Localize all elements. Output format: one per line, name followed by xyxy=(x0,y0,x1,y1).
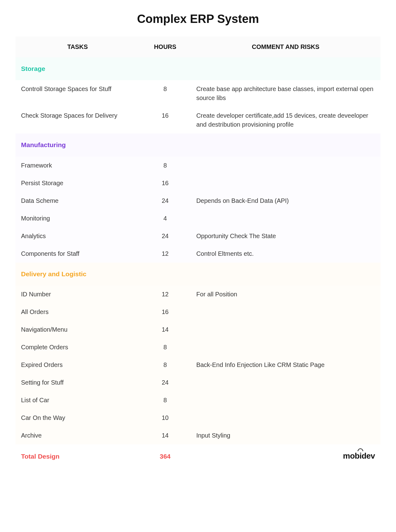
table-row: Navigation/Menu14 xyxy=(15,321,381,338)
task-cell: Archive xyxy=(15,427,140,444)
total-hours: 364 xyxy=(140,444,191,463)
task-cell: Analytics xyxy=(15,227,140,245)
comment-cell xyxy=(191,303,381,321)
task-cell: All Orders xyxy=(15,303,140,321)
mobidev-logo: mobidev xyxy=(343,450,375,462)
comment-cell xyxy=(191,409,381,427)
task-cell: Persist Storage xyxy=(15,174,140,192)
page-title: Complex ERP System xyxy=(15,12,381,26)
section-label: Manufacturing xyxy=(15,133,140,156)
comment-cell xyxy=(191,338,381,356)
table-row: Controll Storage Spaces for Stuff8Create… xyxy=(15,80,381,107)
task-cell: List of Car xyxy=(15,391,140,409)
table-row: Complete Orders8 xyxy=(15,338,381,356)
comment-cell xyxy=(191,374,381,391)
table-row: Framework8 xyxy=(15,157,381,174)
hours-cell: 8 xyxy=(140,391,191,409)
comment-cell xyxy=(191,321,381,338)
section-label: Storage xyxy=(15,57,140,80)
comment-cell: For all Position xyxy=(191,286,381,303)
total-row: Total Design364mobidev xyxy=(15,444,381,463)
hours-cell: 14 xyxy=(140,321,191,338)
table-row: Archive14Input Styling xyxy=(15,427,381,444)
task-cell: Controll Storage Spaces for Stuff xyxy=(15,80,140,107)
hours-cell: 16 xyxy=(140,174,191,192)
section-header-delivery: Delivery and Logistic xyxy=(15,263,381,286)
comment-cell: Create base app architecture base classe… xyxy=(191,80,381,107)
hours-cell: 8 xyxy=(140,338,191,356)
comment-cell: Back-End Info Enjection Like CRM Static … xyxy=(191,356,381,374)
table-row: Data Scheme24Depends on Back-End Data (A… xyxy=(15,192,381,210)
table-row: Components for Staff12Control Eltments e… xyxy=(15,245,381,263)
hours-cell: 14 xyxy=(140,427,191,444)
task-cell: Car On the Way xyxy=(15,409,140,427)
table-row: List of Car8 xyxy=(15,391,381,409)
task-cell: Expired Orders xyxy=(15,356,140,374)
hours-cell: 8 xyxy=(140,356,191,374)
section-header-storage: Storage xyxy=(15,57,381,80)
table-row: Analytics24Opportunity Check The State xyxy=(15,227,381,245)
task-cell: Complete Orders xyxy=(15,338,140,356)
comment-cell xyxy=(191,391,381,409)
hours-cell: 16 xyxy=(140,107,191,133)
col-header-tasks: Tasks xyxy=(15,37,140,57)
col-header-comment: Comment and Risks xyxy=(191,37,381,57)
comment-cell: Control Eltments etc. xyxy=(191,245,381,263)
section-header-manufacturing: Manufacturing xyxy=(15,133,381,156)
task-cell: Navigation/Menu xyxy=(15,321,140,338)
table-row: All Orders16 xyxy=(15,303,381,321)
table-row: Car On the Way10 xyxy=(15,409,381,427)
hours-cell: 16 xyxy=(140,303,191,321)
hours-cell: 8 xyxy=(140,80,191,107)
task-cell: Monitoring xyxy=(15,210,140,227)
comment-cell: Opportunity Check The State xyxy=(191,227,381,245)
total-label: Total Design xyxy=(15,444,140,463)
task-cell: Framework xyxy=(15,157,140,174)
table-row: ID Number12For all Position xyxy=(15,286,381,303)
table-row: Expired Orders8Back-End Info Enjection L… xyxy=(15,356,381,374)
col-header-hours: Hours xyxy=(140,37,191,57)
hours-cell: 24 xyxy=(140,227,191,245)
hours-cell: 12 xyxy=(140,245,191,263)
task-cell: Check Storage Spaces for Delivery xyxy=(15,107,140,133)
comment-cell: Depends on Back-End Data (API) xyxy=(191,192,381,210)
comment-cell xyxy=(191,174,381,192)
hours-cell: 10 xyxy=(140,409,191,427)
comment-cell: Input Styling xyxy=(191,427,381,444)
table-row: Monitoring4 xyxy=(15,210,381,227)
comment-cell xyxy=(191,210,381,227)
hours-cell: 8 xyxy=(140,157,191,174)
table-header-row: Tasks Hours Comment and Risks xyxy=(15,37,381,57)
section-label: Delivery and Logistic xyxy=(15,263,140,286)
hours-cell: 12 xyxy=(140,286,191,303)
hours-cell: 24 xyxy=(140,374,191,391)
table-row: Setting for Stuff24 xyxy=(15,374,381,391)
hours-cell: 24 xyxy=(140,192,191,210)
table-row: Check Storage Spaces for Delivery16Creat… xyxy=(15,107,381,133)
hours-cell: 4 xyxy=(140,210,191,227)
estimate-table: Tasks Hours Comment and Risks StorageCon… xyxy=(15,37,381,463)
comment-cell: Create developer certificate,add 15 devi… xyxy=(191,107,381,133)
task-cell: Setting for Stuff xyxy=(15,374,140,391)
task-cell: Data Scheme xyxy=(15,192,140,210)
comment-cell xyxy=(191,157,381,174)
task-cell: ID Number xyxy=(15,286,140,303)
task-cell: Components for Staff xyxy=(15,245,140,263)
table-row: Persist Storage16 xyxy=(15,174,381,192)
